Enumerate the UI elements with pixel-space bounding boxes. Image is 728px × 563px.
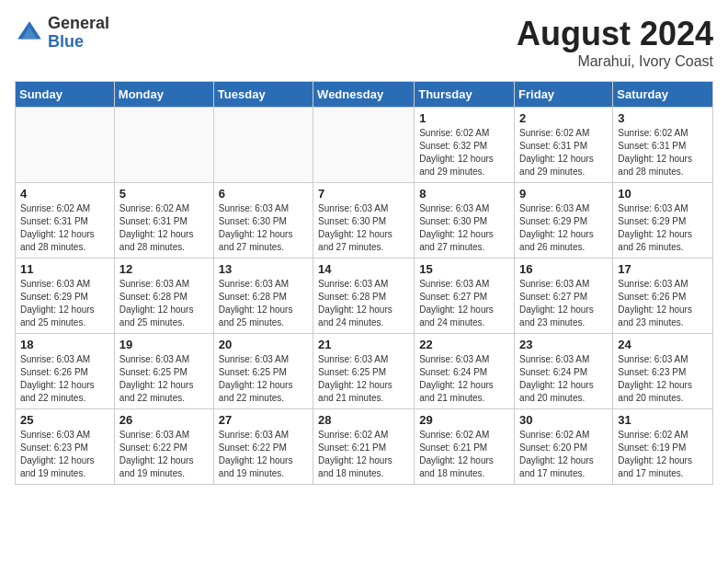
- day-info: Sunrise: 6:02 AM Sunset: 6:31 PM Dayligh…: [519, 127, 608, 178]
- day-info: Sunrise: 6:03 AM Sunset: 6:24 PM Dayligh…: [519, 353, 608, 405]
- day-number: 9: [519, 187, 608, 201]
- calendar-cell: 27Sunrise: 6:03 AM Sunset: 6:22 PM Dayli…: [213, 409, 313, 485]
- day-number: 14: [318, 262, 409, 276]
- day-number: 4: [20, 187, 109, 201]
- day-number: 22: [419, 338, 509, 351]
- day-number: 18: [20, 338, 109, 351]
- day-number: 24: [618, 338, 708, 351]
- calendar-cell: [213, 108, 313, 183]
- calendar-cell: 28Sunrise: 6:02 AM Sunset: 6:21 PM Dayli…: [313, 409, 415, 485]
- day-info: Sunrise: 6:03 AM Sunset: 6:26 PM Dayligh…: [618, 278, 708, 329]
- day-number: 3: [618, 111, 708, 125]
- day-info: Sunrise: 6:03 AM Sunset: 6:29 PM Dayligh…: [618, 202, 708, 254]
- day-number: 15: [419, 262, 509, 276]
- day-number: 20: [219, 338, 308, 351]
- day-info: Sunrise: 6:03 AM Sunset: 6:23 PM Dayligh…: [20, 429, 109, 480]
- calendar-cell: [313, 108, 415, 183]
- day-number: 27: [219, 413, 308, 427]
- weekday-sunday: Sunday: [16, 82, 115, 108]
- day-info: Sunrise: 6:03 AM Sunset: 6:29 PM Dayligh…: [20, 278, 109, 329]
- day-info: Sunrise: 6:02 AM Sunset: 6:21 PM Dayligh…: [318, 429, 409, 480]
- day-number: 26: [119, 413, 209, 427]
- day-info: Sunrise: 6:03 AM Sunset: 6:30 PM Dayligh…: [419, 202, 509, 254]
- day-number: 2: [519, 111, 608, 125]
- logo: General Blue: [15, 15, 109, 52]
- day-number: 6: [219, 187, 308, 201]
- day-number: 10: [618, 187, 708, 201]
- calendar-week-2: 11Sunrise: 6:03 AM Sunset: 6:29 PM Dayli…: [16, 259, 713, 334]
- calendar-cell: 4Sunrise: 6:02 AM Sunset: 6:31 PM Daylig…: [16, 183, 115, 259]
- day-info: Sunrise: 6:02 AM Sunset: 6:31 PM Dayligh…: [119, 202, 209, 254]
- weekday-monday: Monday: [114, 82, 213, 108]
- calendar-week-4: 25Sunrise: 6:03 AM Sunset: 6:23 PM Dayli…: [16, 409, 713, 485]
- weekday-tuesday: Tuesday: [213, 82, 313, 108]
- calendar-cell: 5Sunrise: 6:02 AM Sunset: 6:31 PM Daylig…: [114, 183, 213, 259]
- calendar-cell: 14Sunrise: 6:03 AM Sunset: 6:28 PM Dayli…: [313, 259, 415, 334]
- day-number: 13: [219, 262, 308, 276]
- calendar-week-0: 1Sunrise: 6:02 AM Sunset: 6:32 PM Daylig…: [16, 108, 713, 183]
- main-title: August 2024: [517, 15, 713, 53]
- day-number: 30: [519, 413, 608, 427]
- day-number: 23: [519, 338, 608, 351]
- calendar-cell: 24Sunrise: 6:03 AM Sunset: 6:23 PM Dayli…: [613, 334, 713, 409]
- day-number: 8: [419, 187, 509, 201]
- day-info: Sunrise: 6:03 AM Sunset: 6:22 PM Dayligh…: [219, 429, 308, 480]
- day-info: Sunrise: 6:02 AM Sunset: 6:21 PM Dayligh…: [419, 429, 509, 480]
- day-info: Sunrise: 6:03 AM Sunset: 6:26 PM Dayligh…: [20, 353, 109, 405]
- day-info: Sunrise: 6:03 AM Sunset: 6:27 PM Dayligh…: [519, 278, 608, 329]
- calendar-cell: 29Sunrise: 6:02 AM Sunset: 6:21 PM Dayli…: [415, 409, 515, 485]
- day-info: Sunrise: 6:03 AM Sunset: 6:28 PM Dayligh…: [318, 278, 409, 329]
- weekday-friday: Friday: [515, 82, 613, 108]
- day-number: 31: [618, 413, 708, 427]
- calendar-cell: [16, 108, 115, 183]
- day-number: 21: [318, 338, 409, 351]
- calendar-cell: 31Sunrise: 6:02 AM Sunset: 6:19 PM Dayli…: [613, 409, 713, 485]
- day-number: 16: [519, 262, 608, 276]
- day-info: Sunrise: 6:03 AM Sunset: 6:23 PM Dayligh…: [618, 353, 708, 405]
- calendar-cell: 20Sunrise: 6:03 AM Sunset: 6:25 PM Dayli…: [213, 334, 313, 409]
- day-number: 1: [419, 111, 509, 125]
- calendar-cell: 11Sunrise: 6:03 AM Sunset: 6:29 PM Dayli…: [16, 259, 115, 334]
- logo-general: General: [48, 15, 109, 33]
- calendar-week-3: 18Sunrise: 6:03 AM Sunset: 6:26 PM Dayli…: [16, 334, 713, 409]
- weekday-header-row: SundayMondayTuesdayWednesdayThursdayFrid…: [16, 82, 713, 108]
- calendar-cell: 10Sunrise: 6:03 AM Sunset: 6:29 PM Dayli…: [613, 183, 713, 259]
- calendar-cell: 7Sunrise: 6:03 AM Sunset: 6:30 PM Daylig…: [313, 183, 415, 259]
- calendar-cell: 21Sunrise: 6:03 AM Sunset: 6:25 PM Dayli…: [313, 334, 415, 409]
- calendar-cell: 13Sunrise: 6:03 AM Sunset: 6:28 PM Dayli…: [213, 259, 313, 334]
- day-info: Sunrise: 6:03 AM Sunset: 6:25 PM Dayligh…: [318, 353, 409, 405]
- day-info: Sunrise: 6:03 AM Sunset: 6:30 PM Dayligh…: [318, 202, 409, 254]
- day-number: 11: [20, 262, 109, 276]
- calendar-cell: [114, 108, 213, 183]
- calendar-cell: 16Sunrise: 6:03 AM Sunset: 6:27 PM Dayli…: [515, 259, 613, 334]
- day-number: 29: [419, 413, 509, 427]
- title-block: August 2024 Marahui, Ivory Coast: [517, 15, 713, 70]
- calendar-cell: 15Sunrise: 6:03 AM Sunset: 6:27 PM Dayli…: [415, 259, 515, 334]
- day-info: Sunrise: 6:03 AM Sunset: 6:29 PM Dayligh…: [519, 202, 608, 254]
- calendar: SundayMondayTuesdayWednesdayThursdayFrid…: [15, 81, 713, 485]
- day-number: 5: [119, 187, 209, 201]
- day-info: Sunrise: 6:03 AM Sunset: 6:30 PM Dayligh…: [219, 202, 308, 254]
- day-number: 28: [318, 413, 409, 427]
- calendar-cell: 19Sunrise: 6:03 AM Sunset: 6:25 PM Dayli…: [114, 334, 213, 409]
- calendar-cell: 25Sunrise: 6:03 AM Sunset: 6:23 PM Dayli…: [16, 409, 115, 485]
- calendar-cell: 2Sunrise: 6:02 AM Sunset: 6:31 PM Daylig…: [515, 108, 613, 183]
- weekday-saturday: Saturday: [613, 82, 713, 108]
- day-info: Sunrise: 6:03 AM Sunset: 6:28 PM Dayligh…: [119, 278, 209, 329]
- day-number: 19: [119, 338, 209, 351]
- day-info: Sunrise: 6:03 AM Sunset: 6:25 PM Dayligh…: [119, 353, 209, 405]
- calendar-cell: 8Sunrise: 6:03 AM Sunset: 6:30 PM Daylig…: [415, 183, 515, 259]
- logo-blue: Blue: [48, 33, 109, 52]
- day-info: Sunrise: 6:02 AM Sunset: 6:19 PM Dayligh…: [618, 429, 708, 480]
- day-info: Sunrise: 6:03 AM Sunset: 6:28 PM Dayligh…: [219, 278, 308, 329]
- day-info: Sunrise: 6:03 AM Sunset: 6:22 PM Dayligh…: [119, 429, 209, 480]
- calendar-cell: 6Sunrise: 6:03 AM Sunset: 6:30 PM Daylig…: [213, 183, 313, 259]
- logo-text: General Blue: [48, 15, 109, 52]
- calendar-cell: 22Sunrise: 6:03 AM Sunset: 6:24 PM Dayli…: [415, 334, 515, 409]
- calendar-cell: 26Sunrise: 6:03 AM Sunset: 6:22 PM Dayli…: [114, 409, 213, 485]
- calendar-cell: 23Sunrise: 6:03 AM Sunset: 6:24 PM Dayli…: [515, 334, 613, 409]
- day-info: Sunrise: 6:02 AM Sunset: 6:32 PM Dayligh…: [419, 127, 509, 178]
- calendar-week-1: 4Sunrise: 6:02 AM Sunset: 6:31 PM Daylig…: [16, 183, 713, 259]
- day-info: Sunrise: 6:02 AM Sunset: 6:20 PM Dayligh…: [519, 429, 608, 480]
- day-number: 7: [318, 187, 409, 201]
